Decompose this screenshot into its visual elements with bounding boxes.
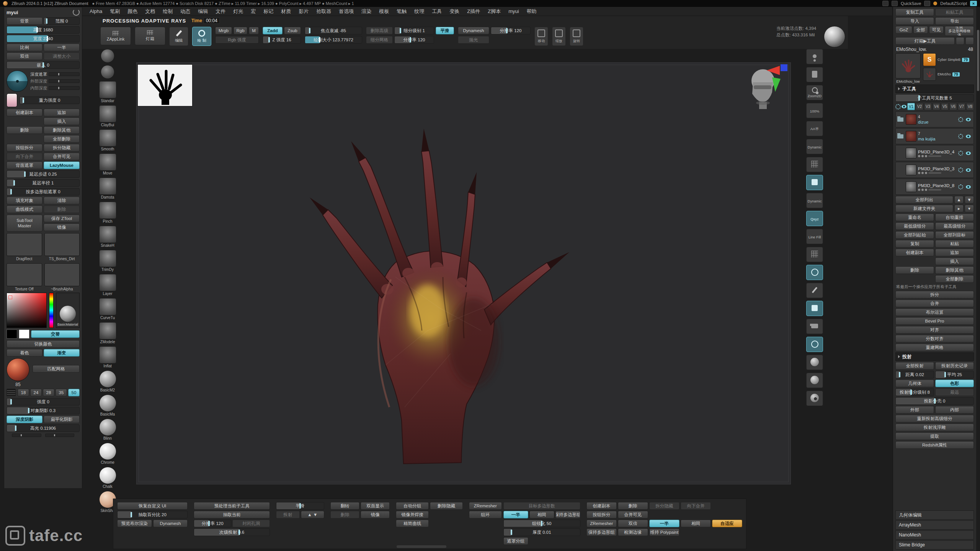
dynamesh-control[interactable]: 抛光 [458, 36, 489, 44]
panel-control[interactable]: 嵌入 0 [7, 61, 80, 69]
bottom-control[interactable]: 分辨率 120 [194, 520, 231, 527]
project-section-header[interactable]: 投射 [895, 352, 974, 361]
subtool-visible-count-slider[interactable]: 子工具可见数量 5 [895, 94, 974, 102]
brush-item[interactable]: Layer [99, 274, 116, 296]
palette-section-row[interactable]: ArrayMesh [895, 520, 974, 530]
bottom-control[interactable]: ▲ ▼ [301, 511, 325, 518]
quicksave-button[interactable]: QuickSave [901, 1, 921, 6]
panel-control[interactable]: 背景 [7, 17, 42, 25]
zremesher-control[interactable]: 组锐化 50 [503, 520, 580, 527]
brush-item[interactable]: CurveTu [99, 298, 116, 320]
tray-toggle-icon-1[interactable] [101, 49, 114, 63]
size-button[interactable]: 50 [68, 389, 80, 396]
subtool-row[interactable]: PM3D_Plane3D_4 [895, 145, 974, 161]
draw-button[interactable]: 绘 制 [192, 27, 211, 46]
gear-icon[interactable] [958, 151, 963, 156]
zremesher-control[interactable]: 目标多边形数 [503, 502, 580, 510]
match-mesh-button[interactable]: 匹配网格 [33, 365, 80, 373]
panel-control[interactable]: 着色 [7, 349, 42, 357]
bottom-control[interactable]: 合并可见 [618, 511, 648, 518]
swap-color-button[interactable]: 交替 [31, 330, 80, 338]
subtool-op-button[interactable]: 布尔运算 [895, 308, 974, 316]
mirror-button[interactable]: 镜像 [44, 223, 80, 231]
menu-item[interactable]: Z插件 [464, 7, 483, 16]
panel-control[interactable]: 创建副本 [7, 109, 42, 116]
bottom-control[interactable]: 抽取百分比 20 [117, 511, 188, 518]
rail-icon[interactable]: 100% [806, 103, 823, 118]
zremesher-control[interactable]: 一半 [503, 511, 528, 518]
geometry-control[interactable]: 细分网格 [366, 36, 393, 44]
picker-thumbnail[interactable]: TS_Bones_Dirt [44, 233, 80, 261]
picker-thumbnail[interactable]: DragRect [7, 233, 42, 261]
subtool-op-button[interactable]: 合并 [895, 300, 974, 307]
bottom-control[interactable]: 删除隐藏 [430, 502, 463, 510]
brush-slider[interactable]: 绘制大小 123.77972 [305, 36, 362, 44]
menu-item[interactable]: 动态 [177, 7, 194, 16]
geometry-control[interactable]: 删除高级 [366, 27, 393, 34]
mini-slider-1[interactable] [12, 434, 41, 437]
version-tab[interactable]: V1 [907, 103, 915, 110]
paint-mode-control[interactable]: M [249, 27, 259, 34]
recent-tool-item[interactable]: EMoSho 79 [923, 68, 974, 81]
brush-item[interactable]: Move [99, 153, 116, 175]
bottom-control[interactable]: 向下合并 [681, 502, 711, 510]
secondary-color-swatch[interactable] [19, 329, 29, 339]
titlebar-icon-3[interactable] [924, 1, 930, 6]
zremesher-control[interactable]: 厚度 0.01 [503, 528, 580, 536]
sculpt-model-hand[interactable] [137, 63, 791, 485]
gear-icon[interactable] [958, 134, 963, 139]
menu-item[interactable]: 宏 [247, 7, 259, 16]
menu-item[interactable]: 编辑 [194, 7, 211, 16]
tool-control[interactable]: 导出 [935, 17, 974, 25]
dynamesh-control[interactable]: Dynamesh [458, 27, 489, 34]
panel-control[interactable]: 双倍 [7, 52, 42, 60]
brush-item[interactable]: Smooth [99, 129, 116, 151]
dynamesh-control[interactable]: 分辨率 120 [491, 27, 531, 34]
menu-item[interactable]: Z脚本 [484, 7, 504, 16]
panel-control[interactable]: 按多边形组遮罩 0 [7, 188, 80, 196]
project-control[interactable]: 色彩 [935, 380, 974, 387]
bottom-control[interactable]: 双面显示 [361, 502, 390, 510]
brush-slider[interactable]: 焦点衰减 -85 [305, 27, 362, 34]
bottom-control[interactable]: ZRemesher [586, 520, 617, 527]
subtool-button[interactable]: 创建副本 [895, 249, 934, 256]
bottom-control[interactable]: 拆分隐藏 [649, 502, 679, 510]
menu-item[interactable]: 笔刷 [106, 7, 123, 16]
menu-item[interactable]: 变换 [446, 7, 463, 16]
current-tool-thumbnail[interactable]: EMoShou_low [895, 53, 921, 83]
brush-item[interactable]: Blinn [99, 419, 116, 440]
sculpt-mode-control[interactable]: Z 强度 16 [263, 36, 301, 44]
menu-item[interactable]: 绘制 [159, 7, 176, 16]
bottom-control[interactable]: 删除 [330, 511, 359, 518]
bottom-control[interactable]: 抽取当前 [194, 511, 270, 518]
brush-item[interactable]: BasicMa [99, 395, 116, 416]
menu-item[interactable]: 颜色 [124, 7, 141, 16]
panel-control[interactable]: 高度 1680 [7, 26, 80, 34]
goz-button[interactable]: GoZ [895, 26, 912, 34]
project-control[interactable]: Redshift属性 [895, 441, 974, 449]
close-script-button[interactable]: × [970, 1, 977, 6]
mini-slider-2[interactable] [45, 434, 75, 437]
bottom-control[interactable]: 恢复自定义 UI [117, 502, 188, 510]
folder-control[interactable]: 新建文件夹 [895, 205, 953, 212]
project-control[interactable]: 重新投射高级细分 [895, 415, 974, 422]
subtool-button[interactable]: 自动重排 [935, 214, 974, 221]
picker-thumbnail[interactable]: ~BrushAlpha [44, 263, 80, 291]
gear-icon[interactable] [958, 184, 963, 189]
panel-control[interactable]: 背面遮罩 [7, 161, 42, 169]
subtool-section-header[interactable]: 子工具 [895, 85, 974, 93]
panel-control[interactable]: 拆分隐藏 [44, 144, 80, 152]
brush-item[interactable]: BasicM2 [99, 370, 116, 392]
gear-icon[interactable] [958, 117, 963, 122]
panel-control[interactable]: 比例 [7, 44, 42, 51]
rail-icon[interactable]: Dynamic [806, 193, 823, 208]
menu-item[interactable]: 材质 [278, 7, 294, 16]
mini-slider[interactable] [928, 172, 941, 174]
project-control[interactable]: 投射细分级别 8 [895, 388, 934, 396]
project-control[interactable]: 全部投射 [895, 362, 934, 370]
rail-icon[interactable] [806, 355, 823, 370]
menu-item[interactable]: 灯光 [230, 7, 247, 16]
menu-item[interactable]: myui [505, 7, 522, 15]
bottom-control[interactable]: 维持 Polypaint [649, 528, 679, 536]
bottom-control[interactable]: 翻转 [330, 502, 359, 510]
